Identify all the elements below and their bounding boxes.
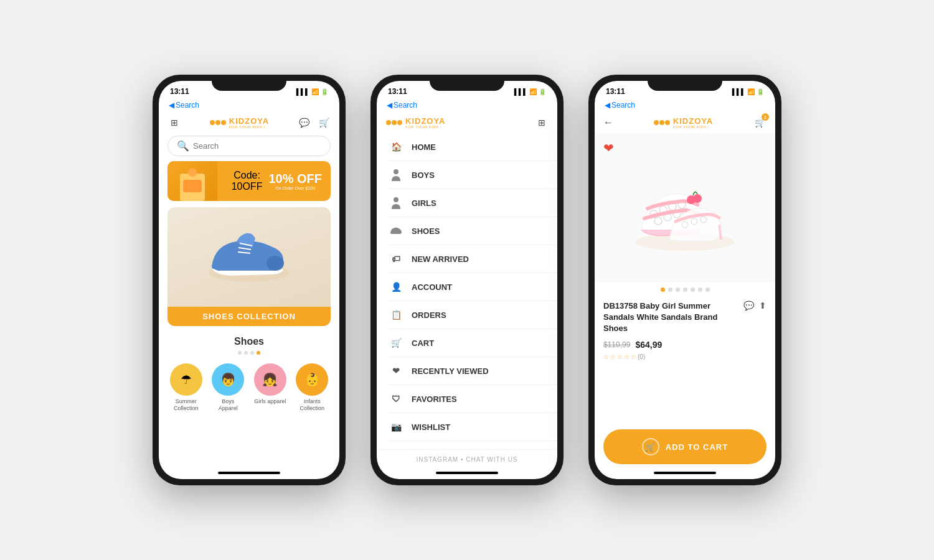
search-input-1[interactable] — [193, 141, 321, 151]
menu-new-arrived[interactable]: 🏷 NEW ARRIVED — [389, 245, 557, 273]
brand-name-2: KIDZOYA — [405, 117, 445, 125]
search-bar-1[interactable]: 🔍 — [167, 136, 331, 156]
star-1: ☆ — [603, 353, 609, 360]
product-price: $110,99 $64,99 — [603, 340, 767, 350]
back-nav-3[interactable]: ◀ Search — [595, 100, 775, 112]
status-icons-1: ▌▌▌ 📶 🔋 — [296, 88, 328, 95]
img-dot-3 — [676, 287, 680, 292]
svg-point-15 — [394, 197, 399, 202]
product-shoe-image — [629, 158, 741, 258]
cart-badge-3: 1 — [762, 113, 769, 121]
app-header-2: KIDZOYA FOR YOUR KIDS ! ⊞ — [377, 112, 557, 133]
price-old: $110,99 — [603, 340, 630, 349]
bottom-bar-3 — [654, 472, 716, 474]
phone-1: 13:11 ▌▌▌ 📶 🔋 ◀ Search ⊞ — [153, 75, 346, 485]
brand-tagline-2: FOR YOUR KIDS ! — [405, 125, 445, 129]
menu-wishlist[interactable]: 📷 WISHLIST — [389, 413, 557, 441]
cart-menu-icon: 🛒 — [389, 336, 403, 350]
price-new: $64,99 — [635, 340, 662, 350]
cat-circle-boys: 👦 — [212, 363, 244, 396]
logo-1: KIDZOYA FOR YOUR KIDS ! — [209, 117, 269, 129]
cat-summer[interactable]: ☂ SummerCollection — [170, 363, 202, 412]
search-icon-1: 🔍 — [177, 140, 189, 152]
app-header-1: ⊞ KIDZOYA FOR YOUR KIDS ! 💬 🛒 — [159, 112, 339, 133]
hero-label-1: SHOES COLLECTION — [167, 307, 331, 326]
hero-image-area — [167, 207, 331, 307]
promo-banner-1[interactable]: Code: 10OFF 10% OFF On Order Over $100 — [167, 161, 331, 201]
product-name: DB13758 Baby Girl Summer Sandals White S… — [603, 301, 743, 335]
share-icon[interactable]: 💬 — [743, 301, 754, 310]
brand-name-3: KIDZOYA — [673, 117, 713, 125]
menu-boys[interactable]: BOYS — [389, 161, 557, 189]
signal-icon-3: ▌▌▌ — [732, 88, 745, 95]
cart-icon-1[interactable]: 🛒 — [317, 116, 331, 129]
upload-icon[interactable]: ⬆ — [759, 301, 767, 310]
back-nav-1[interactable]: ◀ Search — [159, 100, 339, 112]
scroll-content-1: Code: 10OFF 10% OFF On Order Over $100 — [159, 161, 339, 469]
cat-infants[interactable]: 👶 InfantsCollection — [296, 363, 328, 412]
cat-circle-girls: 👧 — [254, 363, 286, 396]
back-label-2: Search — [394, 101, 417, 110]
menu-account[interactable]: 👤 ACCOUNT — [389, 273, 557, 301]
back-nav-2[interactable]: ◀ Search — [377, 100, 557, 112]
image-dots — [595, 282, 775, 294]
promo-code-area: Code: 10OFF — [232, 170, 263, 192]
wifi-icon-1: 📶 — [311, 88, 319, 95]
cat-boys[interactable]: 👦 Boys Apparel — [212, 363, 244, 412]
new-arrived-icon: 🏷 — [389, 252, 403, 266]
menu-home[interactable]: 🏠 HOME — [389, 133, 557, 161]
status-icons-2: ▌▌▌ 📶 🔋 — [514, 88, 546, 95]
promo-discount-area: 10% OFF On Order Over $100 — [268, 172, 322, 190]
brand-tagline-3: FOR YOUR KIDS ! — [673, 125, 713, 129]
heart-button[interactable]: ❤ — [603, 141, 614, 156]
menu-favorites[interactable]: 🛡 FAVORITES — [389, 385, 557, 413]
svg-point-13 — [397, 120, 402, 125]
menu-shoes-label: SHOES — [412, 226, 440, 236]
shoes-icon — [389, 224, 403, 238]
menu-recently-viewed[interactable]: ❤ RECENTLY VIEWED — [389, 357, 557, 385]
time-2: 13:11 — [388, 87, 407, 96]
logo-2: KIDZOYA FOR YOUR KIDS ! — [385, 117, 445, 129]
cat-label-summer: SummerCollection — [174, 398, 199, 412]
cart-icon-3[interactable]: 🛒 1 — [753, 116, 767, 129]
img-dot-4 — [683, 287, 687, 292]
menu-girls[interactable]: GIRLS — [389, 189, 557, 217]
phone-1-notch — [212, 75, 286, 91]
product-hero-1[interactable]: SHOES COLLECTION — [167, 207, 331, 326]
message-icon-1[interactable]: 💬 — [297, 116, 311, 129]
star-4: ☆ — [624, 353, 630, 360]
bottom-bar-1 — [218, 472, 280, 474]
cat-circle-summer: ☂ — [170, 363, 202, 396]
img-dot-6 — [698, 287, 702, 292]
svg-point-4 — [188, 168, 197, 177]
logo-text-3: KIDZOYA FOR YOUR KIDS ! — [673, 117, 713, 129]
menu-orders[interactable]: 📋 ORDERS — [389, 301, 557, 329]
menu-home-label: HOME — [412, 142, 436, 152]
cat-label-boys: Boys Apparel — [212, 398, 244, 412]
back-button-3[interactable]: ← — [603, 117, 613, 128]
star-2: ☆ — [610, 353, 616, 360]
dot-2 — [244, 351, 248, 355]
menu-cart[interactable]: 🛒 CART — [389, 329, 557, 357]
add-to-cart-button[interactable]: 🛒 ADD TO CART — [603, 429, 767, 464]
cat-girls[interactable]: 👧 Girls apparel — [254, 363, 286, 412]
grid-icon-2[interactable]: ⊞ — [535, 116, 549, 129]
star-3: ☆ — [617, 353, 623, 360]
svg-point-12 — [392, 120, 397, 125]
wifi-icon-3: 📶 — [747, 88, 755, 95]
logo-text-2: KIDZOYA FOR YOUR KIDS ! — [405, 117, 445, 129]
svg-point-1 — [215, 120, 220, 125]
cart-icon-circle: 🛒 — [642, 438, 659, 455]
menu-girls-label: GIRLS — [412, 198, 436, 208]
cat-label-girls: Girls apparel — [254, 398, 286, 405]
grid-icon-1[interactable]: ⊞ — [167, 116, 181, 129]
header-icons-1: 💬 🛒 — [297, 116, 331, 129]
add-to-cart-label: ADD TO CART — [666, 442, 728, 452]
menu-new-arrived-label: NEW ARRIVED — [412, 254, 469, 264]
menu-account-label: ACCOUNT — [412, 282, 452, 292]
brand-tagline-1: FOR YOUR KIDS ! — [229, 125, 269, 129]
dot-3 — [250, 351, 254, 355]
battery-icon-2: 🔋 — [539, 88, 546, 95]
img-dot-1-active — [661, 287, 665, 292]
menu-shoes[interactable]: SHOES — [389, 217, 557, 245]
